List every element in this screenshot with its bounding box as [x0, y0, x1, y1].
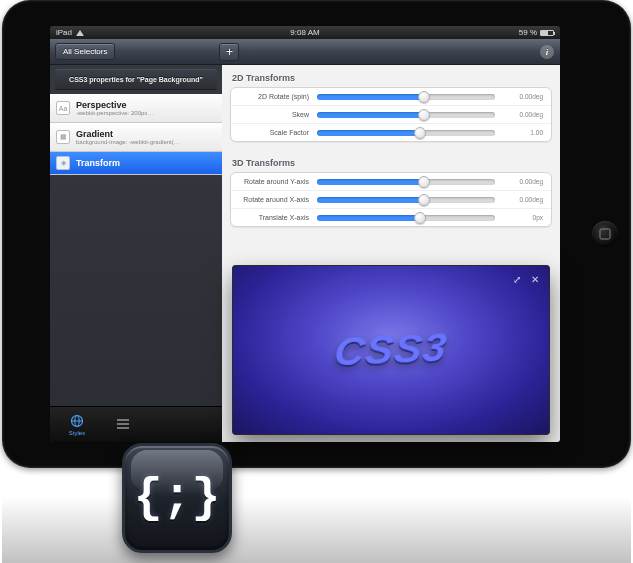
slider-label: 2D Rotate (spin): [239, 93, 317, 100]
tab-bar: Styles: [50, 406, 222, 442]
slider-value: 0.00deg: [495, 93, 543, 100]
slider-label: Rotate around X-axis: [239, 196, 317, 203]
slider-thumb[interactable]: [418, 176, 430, 188]
slider-row: Rotate around X-axis 0.00deg: [231, 191, 551, 209]
slider-label: Translate X-axis: [239, 214, 317, 221]
close-icon[interactable]: ✕: [531, 274, 539, 285]
sidebar-header: CSS3 properties for "Page Background": [55, 69, 217, 90]
svg-rect-4: [117, 423, 129, 425]
slider-row: Rotate around Y-axis 0.00deg: [231, 173, 551, 191]
slider-value: 0.00deg: [495, 196, 543, 203]
slider-row: Translate X-axis 0px: [231, 209, 551, 226]
slider-value: 1.00: [495, 129, 543, 136]
slider-skew[interactable]: [317, 112, 495, 118]
home-button[interactable]: [592, 221, 618, 247]
battery-pct: 59 %: [519, 28, 537, 37]
back-button[interactable]: All Selectors: [55, 43, 115, 60]
gradient-icon: ▦: [56, 130, 70, 144]
sidebar: CSS3 properties for "Page Background" Aa…: [50, 65, 222, 442]
preview-pane: ⤢ ✕ CSS3: [232, 265, 550, 435]
slider-thumb[interactable]: [414, 212, 426, 224]
slider-rotate-y[interactable]: [317, 179, 495, 185]
slider-thumb[interactable]: [414, 127, 426, 139]
slider-value: 0.00deg: [495, 111, 543, 118]
slider-label: Scale Factor: [239, 129, 317, 136]
battery-icon: [540, 30, 554, 36]
status-bar: iPad 9:08 AM 59 %: [50, 26, 560, 39]
svg-rect-5: [117, 427, 129, 429]
tab-other[interactable]: [114, 417, 132, 433]
slider-row: 2D Rotate (spin) 0.00deg: [231, 88, 551, 106]
slider-value: 0.00deg: [495, 178, 543, 185]
card-3d-transforms: Rotate around Y-axis 0.00deg Rotate arou…: [230, 172, 552, 227]
tab-styles[interactable]: Styles: [68, 414, 86, 436]
property-list: Aa Perspective -webkit-perspective: 200p…: [50, 94, 222, 406]
expand-icon[interactable]: ⤢: [513, 274, 521, 285]
svg-rect-3: [117, 419, 129, 421]
section-title-3d: 3D Transforms: [222, 150, 560, 172]
list-item-gradient[interactable]: ▦ Gradient background-image: -webkit-gra…: [50, 123, 222, 152]
slider-scale[interactable]: [317, 130, 495, 136]
app-icon[interactable]: {;}: [122, 443, 232, 553]
slider-rotate-x[interactable]: [317, 197, 495, 203]
perspective-icon: Aa: [56, 101, 70, 115]
tab-label: Styles: [69, 430, 85, 436]
section-title-2d: 2D Transforms: [222, 65, 560, 87]
nav-bar: All Selectors + i: [50, 39, 560, 65]
slider-row: Scale Factor 1.00: [231, 124, 551, 141]
list-item-perspective[interactable]: Aa Perspective -webkit-perspective: 200p…: [50, 94, 222, 123]
slider-value: 0px: [495, 214, 543, 221]
slider-thumb[interactable]: [418, 91, 430, 103]
item-title: Gradient: [76, 129, 214, 139]
card-2d-transforms: 2D Rotate (spin) 0.00deg Skew 0.00deg Sc…: [230, 87, 552, 142]
slider-label: Skew: [239, 111, 317, 118]
item-title: Transform: [76, 158, 214, 168]
list-item-transform[interactable]: ◈ Transform: [50, 152, 222, 175]
transform-icon: ◈: [56, 156, 70, 170]
slider-label: Rotate around Y-axis: [239, 178, 317, 185]
item-title: Perspective: [76, 100, 214, 110]
item-subtitle: -webkit-perspective: 200px…: [76, 110, 214, 116]
slider-row: Skew 0.00deg: [231, 106, 551, 124]
preview-logo: CSS3: [332, 325, 450, 376]
clock: 9:08 AM: [290, 28, 319, 37]
slider-translate-x[interactable]: [317, 215, 495, 221]
add-button[interactable]: +: [219, 43, 239, 61]
info-button[interactable]: i: [540, 45, 554, 59]
slider-thumb[interactable]: [418, 194, 430, 206]
app-icon-glyph: {;}: [134, 471, 220, 525]
slider-thumb[interactable]: [418, 109, 430, 121]
list-icon: [114, 417, 132, 431]
ipad-reflection: [2, 468, 631, 563]
item-subtitle: background-image: -webkit-gradient(…: [76, 139, 214, 145]
carrier-label: iPad: [56, 28, 72, 37]
globe-icon: [68, 414, 86, 428]
wifi-icon: [76, 30, 84, 36]
slider-2d-rotate[interactable]: [317, 94, 495, 100]
